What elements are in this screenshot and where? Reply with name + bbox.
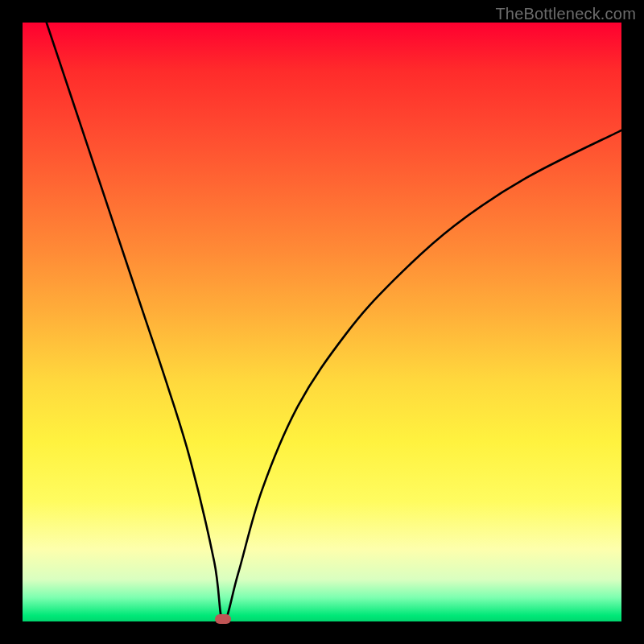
minimum-marker: [215, 614, 231, 624]
plot-area: [23, 23, 621, 621]
bottleneck-curve: [23, 23, 621, 621]
watermark-text: TheBottleneck.com: [495, 5, 636, 23]
chart-frame: TheBottleneck.com: [0, 0, 644, 644]
